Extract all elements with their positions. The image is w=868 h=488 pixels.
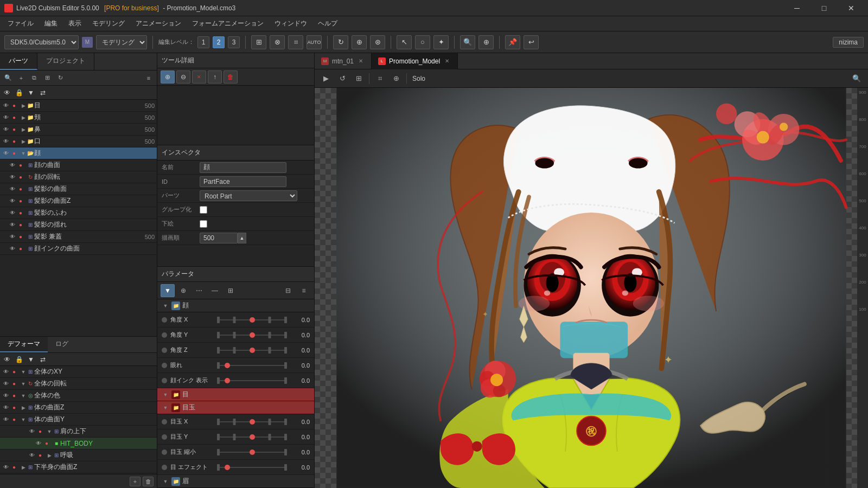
eye-icon[interactable]: 👁	[2, 380, 10, 388]
tab-parts[interactable]: パーツ	[0, 53, 37, 70]
tool-lasso-btn[interactable]: ○	[415, 35, 430, 49]
eye-icon[interactable]: 👁	[9, 245, 16, 253]
tool-edit-btn[interactable]: ✦	[433, 35, 449, 49]
param-slider[interactable]	[217, 433, 287, 441]
params-group-eyebrow[interactable]: ▼ 📁 眉	[157, 475, 314, 488]
eye-icon[interactable]: 👁	[9, 162, 16, 169]
deformer-expand-icon[interactable]: ▼	[26, 355, 36, 364]
vp-bone-btn[interactable]: ⊕	[389, 72, 403, 86]
parts-item-kuchi[interactable]: 👁 ● ▶ 📁 口 500	[0, 136, 157, 147]
expand-icon[interactable]: ▼	[20, 416, 27, 423]
deformer-del-btn[interactable]: 🗑	[143, 477, 154, 486]
parts-item-hana[interactable]: 👁 ● ▶ 📁 鼻 500	[0, 124, 157, 136]
close-button[interactable]: ✕	[839, 0, 864, 16]
parts-expand-btn[interactable]: ⊞	[41, 72, 53, 84]
param-lock-btn[interactable]: ⊟	[281, 284, 295, 297]
parts-item-me[interactable]: 👁 ● ▶ 📁 目 500	[0, 100, 157, 112]
eye-icon[interactable]: 👁	[2, 126, 10, 133]
param-slider[interactable]	[217, 346, 287, 354]
expand-icon[interactable]: ▶	[20, 126, 27, 133]
draworder-spin-up[interactable]: ▲	[238, 233, 246, 243]
param-grid-btn[interactable]: ⊞	[224, 284, 238, 297]
parts-add-btn[interactable]: +	[15, 72, 27, 84]
tab-log[interactable]: ログ	[48, 337, 76, 352]
parts-item-hairfuwa[interactable]: 👁 ● ⊞ 髪影のふわ	[0, 207, 157, 219]
eye-icon[interactable]: 👁	[2, 392, 10, 400]
inspector-parts-select[interactable]: Root Part	[200, 190, 297, 201]
tab-close-mtn01[interactable]: ✕	[357, 57, 365, 65]
parts-search-btn[interactable]: 🔍	[2, 72, 14, 84]
td-mesh-del-btn[interactable]: ⊖	[176, 70, 190, 84]
level-3-button[interactable]: 3	[228, 36, 240, 48]
parts-item-hair-mesh[interactable]: 👁 ● ⊞ 髪影の曲面	[0, 183, 157, 195]
vp-loop-btn[interactable]: ↺	[335, 72, 349, 86]
parts-item-kao-mesh[interactable]: 👁 ● ⊞ 顔の曲面	[0, 159, 157, 171]
parts-item-kao-rot[interactable]: 👁 ● ↻ 顔の回転	[0, 171, 157, 183]
params-group-face[interactable]: ▼ 📁 顔	[157, 299, 314, 312]
parts-item-hairz-mesh[interactable]: 👁 ● ⊞ 髪影の曲面Z	[0, 195, 157, 207]
vis-arrows-icon[interactable]: ⇄	[38, 88, 48, 98]
viewport-tab-model[interactable]: L Promotion_Model ✕	[372, 53, 458, 69]
tool-auto-btn[interactable]: AUTO	[307, 35, 322, 49]
level-2-button[interactable]: 2	[213, 36, 225, 48]
eye-icon[interactable]: 👁	[9, 233, 16, 241]
parts-item-ink-mesh[interactable]: 👁 ● ⊞ 顔インクの曲面	[0, 243, 157, 255]
menu-window[interactable]: ウィンドウ	[269, 17, 312, 30]
param-dash-btn[interactable]: —	[208, 284, 222, 297]
vis-expand-icon[interactable]: ▼	[26, 88, 36, 98]
eye-icon[interactable]: 👁	[9, 197, 16, 205]
parts-copy-btn[interactable]: ⧉	[28, 72, 40, 84]
tool-pin-btn[interactable]: 📌	[505, 35, 520, 49]
parts-item-kao[interactable]: 👁 ● ▼ 📂 顔	[0, 147, 157, 159]
expand-icon[interactable]: ▶	[20, 138, 27, 145]
params-group-eye[interactable]: ▼ 📁 目	[157, 388, 314, 401]
param-slider[interactable]	[217, 331, 287, 339]
param-expand-btn[interactable]: ▼	[161, 284, 175, 297]
deformer-item-bodyy[interactable]: 👁 ● ▼ ⊞ 体の曲面Y	[0, 414, 157, 426]
tab-close-model[interactable]: ✕	[443, 57, 451, 65]
eye-icon[interactable]: 👁	[2, 102, 10, 110]
tool-zoom-btn[interactable]: ⊕	[478, 35, 494, 49]
eye-icon[interactable]: 👁	[9, 174, 16, 181]
parts-item-hairkane[interactable]: 👁 ● ⊞ 髪影 兼蓋 500	[0, 231, 157, 243]
level-1-button[interactable]: 1	[197, 36, 209, 48]
tool-bind-btn[interactable]: ⊗	[270, 35, 285, 49]
inspector-id-input[interactable]	[200, 176, 286, 187]
eye-icon[interactable]: 👁	[9, 221, 16, 229]
deformer-item-bodyz[interactable]: 👁 ● ▶ ⊞ 体の曲面Z	[0, 402, 157, 414]
vp-play-btn[interactable]: ▶	[319, 72, 333, 86]
eye-icon[interactable]: 👁	[2, 404, 10, 412]
mode-select[interactable]: モデリング	[96, 35, 147, 49]
menu-help[interactable]: ヘルプ	[312, 17, 343, 30]
deformer-item-xy[interactable]: 👁 ● ▼ ⊞ 全体のXY	[0, 366, 157, 378]
menu-view[interactable]: 表示	[63, 17, 87, 30]
param-slider[interactable]	[217, 464, 287, 471]
minimize-button[interactable]: ─	[784, 0, 809, 16]
param-add-btn[interactable]: ⊕	[176, 284, 190, 297]
expand-icon[interactable]: ▼	[46, 428, 53, 435]
expand-icon[interactable]: ▼	[20, 150, 27, 157]
param-slider[interactable]	[217, 377, 287, 384]
deformer-item-lowbodyz[interactable]: 👁 ● ▶ ⊞ 下半身の曲面Z	[0, 461, 157, 473]
vis-lock-icon[interactable]: 🔒	[14, 88, 24, 98]
param-slider[interactable]	[217, 316, 287, 324]
deformer-item-color[interactable]: 👁 ● ▼ ◎ 全体の色	[0, 390, 157, 402]
deformer-lock-icon[interactable]: 🔒	[14, 355, 24, 364]
tool-connect-btn[interactable]: ⊛	[370, 35, 385, 49]
param-slider[interactable]	[217, 362, 287, 369]
deformer-eye-icon[interactable]: 👁	[2, 355, 12, 364]
td-mesh-add-btn[interactable]: ⊕	[161, 70, 175, 84]
param-slider[interactable]	[217, 418, 287, 426]
eye-icon[interactable]: 👁	[9, 209, 16, 217]
tab-deformer[interactable]: デフォーマ	[0, 337, 48, 352]
tab-project[interactable]: プロジェクト	[37, 53, 94, 70]
menu-form-animation[interactable]: フォームアニメーション	[187, 17, 269, 30]
inspector-draworder-input[interactable]	[200, 233, 238, 243]
td-arrow-btn[interactable]: ↑	[208, 70, 222, 84]
eye-icon[interactable]: 👁	[2, 464, 10, 471]
eye-icon[interactable]: 👁	[9, 185, 16, 193]
nizima-button[interactable]: nizima	[833, 37, 864, 48]
expand-icon[interactable]: ▼	[20, 369, 27, 375]
parts-menu-btn[interactable]: ≡	[143, 72, 155, 84]
vp-deformer-btn[interactable]: ⌗	[373, 72, 387, 86]
